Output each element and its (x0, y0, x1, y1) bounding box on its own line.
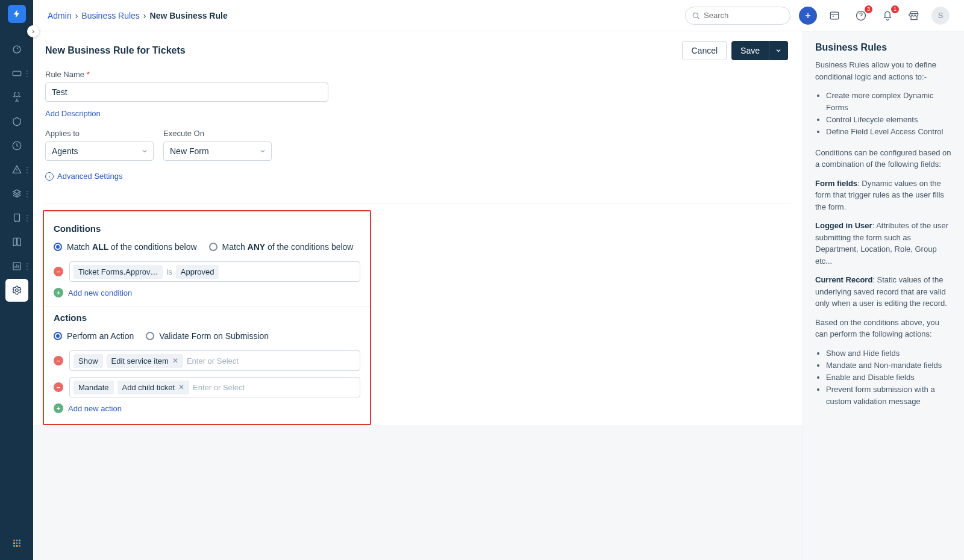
add-condition-link[interactable]: Add new condition (68, 288, 132, 297)
applies-to-select[interactable]: Agents (45, 142, 154, 161)
condition-value-chip: Approved (176, 265, 219, 279)
chevron-down-icon (141, 148, 148, 155)
save-dropdown-button[interactable] (769, 41, 788, 60)
breadcrumb-business-rules[interactable]: Business Rules (81, 11, 140, 20)
help-current-record: Current Record: Static values of the und… (815, 274, 952, 310)
nav-expand-toggle[interactable]: › (27, 25, 39, 37)
execute-on-select[interactable]: New Form (163, 142, 272, 161)
help-form-fields: Form fields: Dynamic values on the form … (815, 178, 952, 213)
inbox-icon[interactable] (825, 7, 844, 25)
conditions-title: Conditions (54, 223, 360, 234)
help-bullet: Show and Hide fields (826, 347, 952, 359)
nav-reports-icon[interactable]: ⋮ (5, 255, 28, 278)
svg-point-15 (693, 13, 698, 17)
execute-on-label: Execute On (163, 129, 272, 138)
help-icon[interactable]: 3 (852, 7, 870, 25)
help-bullet: Control Lifecycle elements (826, 114, 952, 126)
validate-form-radio[interactable]: Validate Form on Submission (146, 331, 269, 341)
svg-point-10 (16, 543, 17, 544)
svg-point-9 (13, 543, 15, 544)
rule-name-label: Rule Name * (45, 70, 790, 79)
help-cond-intro: Conditions can be configured based on a … (815, 147, 952, 170)
applies-to-label: Applies to (45, 129, 154, 138)
action-target-chip[interactable]: Add child ticket✕ (117, 381, 189, 394)
actions-title: Actions (54, 313, 360, 323)
match-any-radio[interactable]: Match ANY of the conditions below (209, 242, 354, 252)
new-button[interactable] (799, 7, 817, 25)
nav-contracts-icon[interactable]: ⋮ (5, 207, 28, 229)
page-title: New Business Rule for Tickets (45, 45, 186, 56)
help-bullet: Define Field Level Access Control (826, 126, 952, 138)
bell-badge: 1 (891, 5, 899, 13)
help-panel: Business Rules Business Rules allow you … (803, 31, 964, 560)
add-condition-icon[interactable]: + (54, 288, 63, 297)
avatar[interactable]: S (931, 7, 950, 25)
help-title: Business Rules (815, 42, 952, 53)
breadcrumb: Admin › Business Rules › New Business Ru… (48, 11, 228, 20)
action-input-2[interactable]: Mandate Add child ticket✕ Enter or Selec… (69, 377, 360, 397)
action-placeholder: Enter or Select (187, 356, 239, 366)
search-input[interactable] (704, 11, 805, 20)
search-input-wrapper[interactable] (685, 7, 790, 25)
help-actions-intro: Based on the conditions above, you can p… (815, 317, 952, 340)
app-logo[interactable] (8, 5, 26, 23)
nav-solutions-icon[interactable] (5, 231, 28, 254)
action-target-chip[interactable]: Edit service item✕ (107, 354, 183, 368)
svg-point-6 (13, 540, 15, 541)
nav-changes-icon[interactable] (5, 110, 28, 133)
nav-releases-icon[interactable] (5, 134, 28, 157)
svg-point-11 (19, 543, 20, 544)
marketplace-icon[interactable] (905, 7, 923, 25)
add-action-icon[interactable]: + (54, 403, 63, 413)
remove-action-icon[interactable]: – (54, 356, 63, 366)
svg-point-5 (15, 289, 18, 292)
svg-point-7 (16, 540, 17, 541)
help-bullet: Enable and Disable fields (826, 372, 952, 384)
cancel-button[interactable]: Cancel (682, 41, 727, 60)
action-verb-chip: Show (74, 354, 103, 368)
remove-condition-icon[interactable]: – (54, 267, 63, 276)
nav-tickets-icon[interactable]: ⋮ (5, 62, 28, 85)
svg-rect-16 (830, 12, 838, 19)
condition-field-chip: Ticket Forms.Approv… (74, 265, 163, 279)
svg-point-8 (19, 540, 20, 541)
action-input-1[interactable]: Show Edit service item✕ Enter or Select (69, 350, 360, 371)
chevron-right-icon: › (45, 172, 54, 181)
bell-icon[interactable]: 1 (878, 7, 897, 25)
action-placeholder: Enter or Select (193, 383, 245, 392)
save-button[interactable]: Save (731, 41, 769, 60)
add-description-link[interactable]: Add Description (45, 109, 101, 118)
breadcrumb-admin[interactable]: Admin (48, 11, 72, 20)
nav-alerts-icon[interactable]: ⋮ (5, 158, 28, 181)
svg-rect-3 (14, 214, 19, 221)
rule-name-input[interactable] (45, 82, 328, 102)
svg-point-0 (13, 46, 20, 53)
match-all-radio[interactable]: Match ALL of the conditions below (54, 242, 197, 252)
nav-assets-icon[interactable]: ⋮ (5, 182, 28, 205)
svg-point-13 (16, 545, 17, 547)
help-bullet: Prevent form submission with a custom va… (826, 384, 952, 408)
nav-admin-icon[interactable] (5, 279, 28, 302)
chevron-down-icon (259, 148, 266, 155)
execute-on-value: New Form (170, 146, 209, 156)
applies-to-value: Agents (52, 146, 78, 156)
nav-dashboard-icon[interactable] (5, 38, 28, 61)
svg-point-12 (13, 545, 15, 547)
condition-op: is (166, 267, 172, 276)
help-badge: 3 (865, 5, 872, 13)
help-bullet: Create more complex Dynamic Forms (826, 90, 952, 114)
breadcrumb-current: New Business Rule (150, 11, 228, 20)
close-icon[interactable]: ✕ (178, 383, 184, 391)
close-icon[interactable]: ✕ (172, 356, 178, 365)
advanced-settings-toggle[interactable]: › Advanced Settings (45, 172, 790, 181)
svg-point-14 (19, 545, 20, 547)
remove-action-icon[interactable]: – (54, 382, 63, 392)
nav-problems-icon[interactable] (5, 86, 28, 109)
perform-action-radio[interactable]: Perform an Action (54, 331, 134, 341)
nav-apps-icon[interactable] (5, 532, 28, 555)
help-intro: Business Rules allow you to define condi… (815, 59, 952, 82)
action-verb-chip: Mandate (74, 381, 114, 394)
svg-rect-1 (13, 71, 21, 76)
condition-input[interactable]: Ticket Forms.Approv… is Approved (69, 261, 360, 282)
add-action-link[interactable]: Add new action (68, 404, 122, 413)
